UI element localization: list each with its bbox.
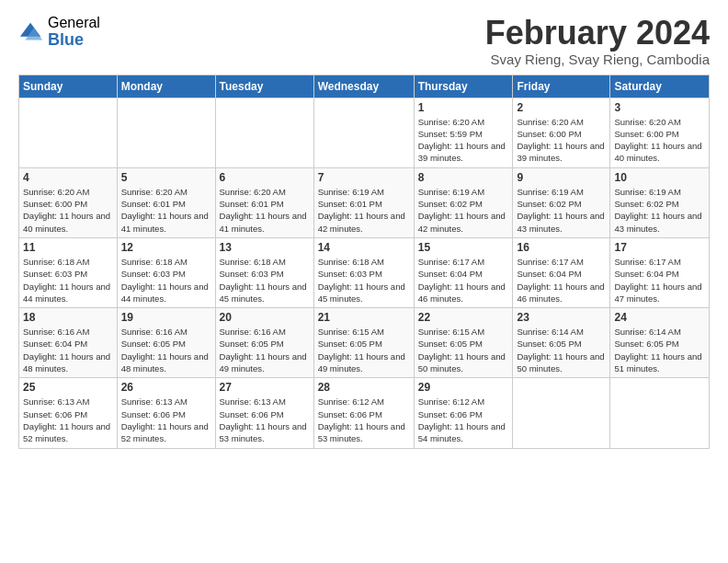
calendar-cell: 27Sunrise: 6:13 AM Sunset: 6:06 PM Dayli…: [215, 378, 313, 448]
logo-blue: Blue: [48, 31, 100, 50]
cell-date-number: 4: [23, 171, 113, 184]
calendar-cell: [513, 378, 610, 448]
cell-date-number: 17: [614, 241, 705, 254]
cell-date-number: 11: [23, 241, 113, 254]
weekday-header: Friday: [513, 75, 610, 98]
calendar-cell: 14Sunrise: 6:18 AM Sunset: 6:03 PM Dayli…: [313, 237, 414, 307]
calendar-week: 1Sunrise: 6:20 AM Sunset: 5:59 PM Daylig…: [19, 98, 710, 167]
cell-date-number: 13: [220, 241, 310, 254]
cell-date-number: 10: [614, 171, 705, 184]
calendar-cell: 25Sunrise: 6:13 AM Sunset: 6:06 PM Dayli…: [19, 378, 118, 448]
weekday-header: Wednesday: [313, 75, 414, 98]
calendar-header: SundayMondayTuesdayWednesdayThursdayFrid…: [19, 75, 710, 98]
calendar-cell: 2Sunrise: 6:20 AM Sunset: 6:00 PM Daylig…: [513, 98, 610, 167]
calendar-cell: [610, 378, 710, 448]
title-area: February 2024 Svay Rieng, Svay Rieng, Ca…: [485, 15, 710, 67]
cell-info: Sunrise: 6:17 AM Sunset: 6:04 PM Dayligh…: [517, 256, 606, 304]
cell-date-number: 12: [121, 241, 211, 254]
logo-general: General: [48, 15, 100, 31]
calendar-cell: 20Sunrise: 6:16 AM Sunset: 6:05 PM Dayli…: [215, 308, 313, 378]
cell-info: Sunrise: 6:15 AM Sunset: 6:05 PM Dayligh…: [418, 326, 509, 374]
cell-date-number: 3: [614, 101, 705, 114]
calendar-cell: 7Sunrise: 6:19 AM Sunset: 6:01 PM Daylig…: [313, 167, 414, 237]
calendar-cell: 8Sunrise: 6:19 AM Sunset: 6:02 PM Daylig…: [414, 167, 513, 237]
cell-info: Sunrise: 6:14 AM Sunset: 6:05 PM Dayligh…: [614, 326, 705, 374]
cell-info: Sunrise: 6:13 AM Sunset: 6:06 PM Dayligh…: [121, 396, 211, 444]
calendar-cell: 12Sunrise: 6:18 AM Sunset: 6:03 PM Dayli…: [117, 237, 215, 307]
cell-date-number: 1: [418, 101, 509, 114]
calendar-cell: 18Sunrise: 6:16 AM Sunset: 6:04 PM Dayli…: [19, 308, 118, 378]
cell-date-number: 8: [418, 171, 509, 184]
calendar-cell: 13Sunrise: 6:18 AM Sunset: 6:03 PM Dayli…: [215, 237, 313, 307]
cell-date-number: 16: [517, 241, 606, 254]
cell-date-number: 23: [517, 311, 606, 324]
calendar-cell: 9Sunrise: 6:19 AM Sunset: 6:02 PM Daylig…: [513, 167, 610, 237]
cell-info: Sunrise: 6:16 AM Sunset: 6:05 PM Dayligh…: [121, 326, 211, 374]
weekday-header: Saturday: [610, 75, 710, 98]
weekday-header: Thursday: [414, 75, 513, 98]
cell-date-number: 15: [418, 241, 509, 254]
calendar-cell: [313, 98, 414, 167]
cell-date-number: 25: [23, 381, 113, 394]
cell-info: Sunrise: 6:20 AM Sunset: 6:00 PM Dayligh…: [23, 186, 113, 235]
cell-date-number: 26: [121, 381, 211, 394]
page-header: General Blue February 2024 Svay Rieng, S…: [18, 15, 710, 67]
cell-info: Sunrise: 6:19 AM Sunset: 6:01 PM Dayligh…: [318, 186, 410, 235]
month-title: February 2024: [485, 15, 710, 52]
cell-date-number: 21: [318, 311, 410, 324]
cell-date-number: 9: [517, 171, 606, 184]
cell-info: Sunrise: 6:16 AM Sunset: 6:05 PM Dayligh…: [220, 326, 310, 374]
calendar-cell: 3Sunrise: 6:20 AM Sunset: 6:00 PM Daylig…: [610, 98, 710, 167]
cell-info: Sunrise: 6:12 AM Sunset: 6:06 PM Dayligh…: [418, 396, 509, 444]
cell-info: Sunrise: 6:20 AM Sunset: 6:01 PM Dayligh…: [220, 186, 310, 235]
cell-date-number: 19: [121, 311, 211, 324]
weekday-header: Sunday: [19, 75, 118, 98]
cell-info: Sunrise: 6:19 AM Sunset: 6:02 PM Dayligh…: [517, 186, 606, 235]
calendar-cell: [215, 98, 313, 167]
calendar-cell: 19Sunrise: 6:16 AM Sunset: 6:05 PM Dayli…: [117, 308, 215, 378]
calendar-week: 11Sunrise: 6:18 AM Sunset: 6:03 PM Dayli…: [19, 237, 710, 307]
location-title: Svay Rieng, Svay Rieng, Cambodia: [485, 52, 710, 67]
weekday-header: Monday: [117, 75, 215, 98]
cell-info: Sunrise: 6:18 AM Sunset: 6:03 PM Dayligh…: [318, 256, 410, 304]
logo-text: General Blue: [48, 15, 100, 49]
cell-info: Sunrise: 6:20 AM Sunset: 5:59 PM Dayligh…: [418, 116, 509, 165]
cell-date-number: 29: [418, 381, 509, 394]
calendar-week: 25Sunrise: 6:13 AM Sunset: 6:06 PM Dayli…: [19, 378, 710, 448]
calendar-cell: 23Sunrise: 6:14 AM Sunset: 6:05 PM Dayli…: [513, 308, 610, 378]
cell-info: Sunrise: 6:16 AM Sunset: 6:04 PM Dayligh…: [23, 326, 113, 374]
calendar-cell: 16Sunrise: 6:17 AM Sunset: 6:04 PM Dayli…: [513, 237, 610, 307]
cell-date-number: 24: [614, 311, 705, 324]
cell-date-number: 18: [23, 311, 113, 324]
calendar-cell: 10Sunrise: 6:19 AM Sunset: 6:02 PM Dayli…: [610, 167, 710, 237]
cell-date-number: 20: [220, 311, 310, 324]
logo: General Blue: [18, 15, 100, 49]
calendar-cell: 22Sunrise: 6:15 AM Sunset: 6:05 PM Dayli…: [414, 308, 513, 378]
calendar-cell: 26Sunrise: 6:13 AM Sunset: 6:06 PM Dayli…: [117, 378, 215, 448]
calendar-cell: 15Sunrise: 6:17 AM Sunset: 6:04 PM Dayli…: [414, 237, 513, 307]
cell-info: Sunrise: 6:12 AM Sunset: 6:06 PM Dayligh…: [318, 396, 410, 444]
cell-info: Sunrise: 6:20 AM Sunset: 6:01 PM Dayligh…: [121, 186, 211, 235]
cell-date-number: 6: [220, 171, 310, 184]
calendar-cell: 5Sunrise: 6:20 AM Sunset: 6:01 PM Daylig…: [117, 167, 215, 237]
calendar-body: 1Sunrise: 6:20 AM Sunset: 5:59 PM Daylig…: [19, 98, 710, 448]
calendar-cell: 4Sunrise: 6:20 AM Sunset: 6:00 PM Daylig…: [19, 167, 118, 237]
calendar-cell: 21Sunrise: 6:15 AM Sunset: 6:05 PM Dayli…: [313, 308, 414, 378]
cell-info: Sunrise: 6:14 AM Sunset: 6:05 PM Dayligh…: [517, 326, 606, 374]
cell-date-number: 22: [418, 311, 509, 324]
weekday-row: SundayMondayTuesdayWednesdayThursdayFrid…: [19, 75, 710, 98]
cell-date-number: 7: [318, 171, 410, 184]
calendar-cell: [19, 98, 118, 167]
calendar-week: 4Sunrise: 6:20 AM Sunset: 6:00 PM Daylig…: [19, 167, 710, 237]
cell-info: Sunrise: 6:19 AM Sunset: 6:02 PM Dayligh…: [418, 186, 509, 235]
cell-info: Sunrise: 6:19 AM Sunset: 6:02 PM Dayligh…: [614, 186, 705, 235]
cell-date-number: 14: [318, 241, 410, 254]
cell-info: Sunrise: 6:18 AM Sunset: 6:03 PM Dayligh…: [121, 256, 211, 304]
cell-info: Sunrise: 6:13 AM Sunset: 6:06 PM Dayligh…: [220, 396, 310, 444]
calendar-cell: 28Sunrise: 6:12 AM Sunset: 6:06 PM Dayli…: [313, 378, 414, 448]
cell-info: Sunrise: 6:20 AM Sunset: 6:00 PM Dayligh…: [517, 116, 606, 165]
cell-info: Sunrise: 6:18 AM Sunset: 6:03 PM Dayligh…: [220, 256, 310, 304]
cell-info: Sunrise: 6:17 AM Sunset: 6:04 PM Dayligh…: [614, 256, 705, 304]
calendar-table: SundayMondayTuesdayWednesdayThursdayFrid…: [18, 75, 710, 449]
cell-info: Sunrise: 6:20 AM Sunset: 6:00 PM Dayligh…: [614, 116, 705, 165]
